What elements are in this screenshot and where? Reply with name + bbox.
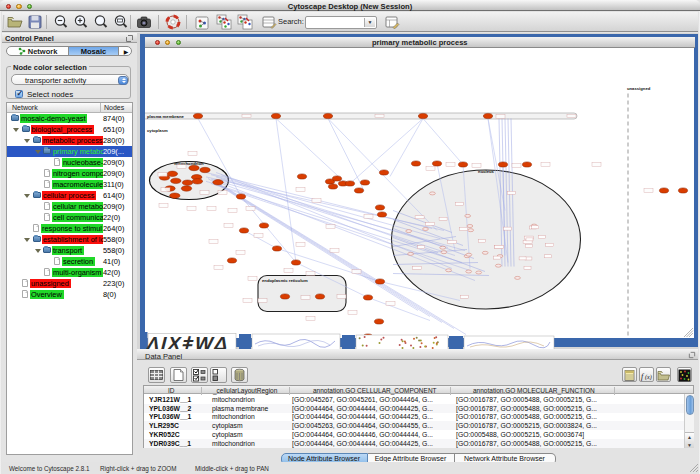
svg-text:(x): (x): [645, 374, 652, 381]
svg-text:nucleus: nucleus: [478, 168, 494, 173]
svg-text:cytoplasm: cytoplasm: [147, 127, 168, 132]
svg-text:ΛIXǂWΔ: ΛIXǂWΔ: [145, 333, 231, 350]
svg-text:plasma membrane: plasma membrane: [147, 113, 184, 118]
svg-text:endoplasmic reticulum: endoplasmic reticulum: [262, 277, 308, 282]
svg-text:unassigned: unassigned: [627, 85, 651, 90]
